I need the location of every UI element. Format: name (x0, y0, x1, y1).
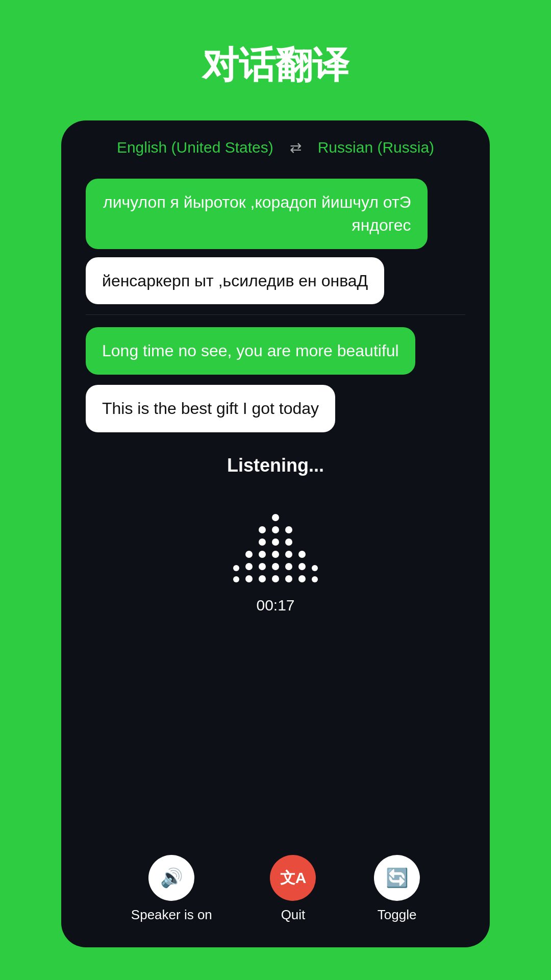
app-title: 对话翻译 (202, 41, 349, 90)
wave-col-2 (245, 551, 253, 582)
quit-icon: 文A (280, 868, 307, 889)
language-bar: English (United States) ⇄ Russian (Russi… (61, 120, 490, 168)
toggle-label: Toggle (378, 907, 417, 923)
phone-card: English (United States) ⇄ Russian (Russi… (61, 120, 490, 947)
bottom-controls: 🔊 Speaker is on 文A Quit 🔄 Toggle (61, 847, 490, 947)
source-language[interactable]: English (United States) (117, 139, 273, 156)
listening-status: Listening... (227, 455, 324, 476)
timer: 00:17 (256, 597, 294, 614)
quit-button-container[interactable]: 文A Quit (270, 855, 316, 923)
message-bubble-3: Long time no see, you are more beautiful (86, 327, 415, 375)
listening-section: Listening... (61, 445, 490, 847)
speaker-icon: 🔊 (160, 867, 183, 889)
quit-label: Quit (281, 907, 306, 923)
chat-top-area: Это лучший подарок, который я получил се… (61, 168, 490, 314)
quit-icon-circle[interactable]: 文A (270, 855, 316, 901)
swap-icon[interactable]: ⇄ (290, 139, 302, 156)
wave-col-4 (272, 514, 279, 582)
wave-col-6 (298, 551, 306, 582)
wave-col-5 (285, 526, 292, 582)
speaker-icon-circle[interactable]: 🔊 (148, 855, 194, 901)
speaker-button-container[interactable]: 🔊 Speaker is on (131, 855, 212, 923)
toggle-icon: 🔄 (386, 867, 409, 889)
wave-col-1 (233, 565, 239, 582)
message-bubble-1: Это лучший подарок, который я получил се… (86, 179, 428, 249)
chat-bottom-area: Long time no see, you are more beautiful… (61, 315, 490, 445)
wave-col-3 (259, 526, 266, 582)
toggle-icon-circle[interactable]: 🔄 (374, 855, 420, 901)
speaker-label: Speaker is on (131, 907, 212, 923)
target-language[interactable]: Russian (Russia) (318, 139, 434, 156)
message-bubble-2: Давно не виделись, ты прекрасней (86, 257, 384, 305)
toggle-button-container[interactable]: 🔄 Toggle (374, 855, 420, 923)
waveform (233, 491, 318, 582)
wave-col-7 (312, 565, 318, 582)
message-bubble-4: This is the best gift I got today (86, 385, 335, 432)
